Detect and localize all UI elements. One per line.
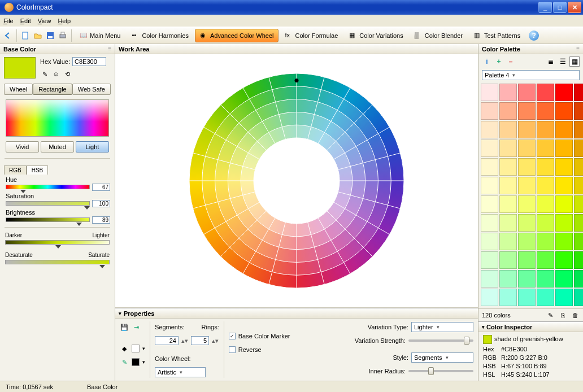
palette-swatch[interactable] [481, 102, 498, 120]
sat-value[interactable] [92, 200, 110, 207]
export-wheel-icon[interactable]: ⇥ [132, 323, 141, 332]
palette-swatch[interactable] [518, 102, 536, 120]
tab-advanced-color-wheel[interactable]: ◉Advanced Color Wheel [195, 29, 279, 42]
palette-swatch[interactable] [537, 177, 554, 194]
palette-swatch[interactable] [537, 270, 554, 288]
palette-swatch[interactable] [518, 195, 536, 213]
inner-slider[interactable] [408, 370, 473, 372]
palette-swatch[interactable] [499, 233, 517, 250]
palette-swatch[interactable] [574, 177, 583, 194]
pen-icon[interactable]: ✎ [120, 358, 129, 367]
palette-swatch[interactable] [555, 233, 573, 250]
base-color-swatch[interactable] [4, 57, 36, 79]
paint-icon[interactable]: ◆ [120, 344, 129, 353]
palette-swatch[interactable] [574, 233, 583, 250]
palette-swatch[interactable] [537, 195, 554, 213]
menu-view[interactable]: View [38, 18, 51, 24]
palette-swatch[interactable] [481, 270, 498, 288]
palette-swatch[interactable] [481, 84, 498, 101]
palette-swatch[interactable] [481, 289, 498, 306]
model-tab-rgb[interactable]: RGB [4, 165, 27, 175]
new-icon[interactable] [20, 30, 31, 41]
palette-swatch[interactable] [518, 121, 536, 138]
palette-swatch[interactable] [555, 84, 573, 101]
base-color-marker[interactable] [295, 79, 299, 82]
palette-swatch[interactable] [499, 270, 517, 288]
remove-icon[interactable]: – [506, 56, 516, 67]
window-maximize-button[interactable]: □ [553, 2, 567, 13]
picker-tab-web-safe[interactable]: Web Safe [72, 84, 111, 95]
light-button[interactable]: Light [76, 141, 109, 153]
palette-swatch[interactable] [499, 84, 517, 101]
tab-test-patterns[interactable]: ▥Test Patterns [469, 29, 525, 42]
colorwheel-dropdown[interactable]: Artistic [155, 367, 206, 377]
vivid-button[interactable]: Vivid [6, 141, 39, 153]
hex-input[interactable] [72, 57, 106, 66]
palette-swatch[interactable] [537, 102, 554, 120]
palette-swatch[interactable] [555, 140, 573, 157]
palette-swatch[interactable] [537, 233, 554, 250]
palette-swatch[interactable] [481, 158, 498, 176]
palette-swatch[interactable] [574, 270, 583, 288]
palette-swatch[interactable] [555, 214, 573, 232]
bg-swatch[interactable] [132, 358, 140, 366]
model-tab-hsb[interactable]: HSB [27, 165, 49, 175]
palette-swatch[interactable] [555, 177, 573, 194]
varstr-slider[interactable] [408, 339, 473, 342]
bri-slider[interactable] [6, 217, 90, 222]
menu-help[interactable]: Help [58, 18, 71, 24]
list-view-icon[interactable]: ≣ [546, 56, 556, 67]
palette-swatch[interactable] [481, 140, 498, 157]
marker-checkbox[interactable]: ✓ [229, 333, 236, 339]
tab-color-formulae[interactable]: fxColor Formulae [280, 29, 343, 42]
color-wheel-canvas[interactable] [115, 54, 478, 308]
window-minimize-button[interactable]: _ [538, 2, 552, 13]
menu-edit[interactable]: Edit [20, 18, 31, 24]
bri-value[interactable] [92, 216, 110, 224]
rings-input[interactable] [191, 336, 209, 345]
palette-swatch[interactable] [518, 289, 536, 306]
palette-swatch[interactable] [518, 140, 536, 157]
hue-slider[interactable] [6, 185, 90, 189]
palette-swatch[interactable] [537, 84, 554, 101]
open-icon[interactable] [32, 30, 43, 41]
info-icon[interactable]: i [482, 56, 492, 67]
chevron-down-icon[interactable]: ▾ [119, 311, 121, 316]
palette-swatch[interactable] [574, 102, 583, 120]
palette-swatch[interactable] [537, 158, 554, 176]
palette-swatch[interactable] [518, 158, 536, 176]
palette-swatch[interactable] [537, 251, 554, 269]
palette-swatch[interactable] [499, 251, 517, 269]
palette-swatch[interactable] [518, 84, 536, 101]
palette-swatch[interactable] [555, 121, 573, 138]
fg-swatch[interactable] [132, 345, 140, 352]
menu-file[interactable]: File [3, 18, 14, 24]
palette-swatch[interactable] [555, 158, 573, 176]
palette-swatch[interactable] [574, 214, 583, 232]
picker-tab-rectangle[interactable]: Rectangle [33, 84, 72, 95]
palette-swatch[interactable] [499, 121, 517, 138]
palette-swatch[interactable] [499, 289, 517, 306]
palette-swatch[interactable] [518, 214, 536, 232]
palette-swatch[interactable] [555, 289, 573, 306]
palette-swatch[interactable] [555, 251, 573, 269]
trash-icon[interactable]: 🗑 [571, 311, 580, 320]
vartype-dropdown[interactable]: Lighter [411, 322, 473, 332]
palette-swatch[interactable] [537, 214, 554, 232]
palette-swatch[interactable] [499, 195, 517, 213]
eyedropper-icon[interactable]: ✎ [40, 69, 49, 79]
palette-swatch[interactable] [518, 251, 536, 269]
copy-icon[interactable]: ⎘ [558, 311, 567, 320]
palette-swatch[interactable] [518, 233, 536, 250]
palette-swatch[interactable] [574, 251, 583, 269]
palette-swatch[interactable] [574, 195, 583, 213]
palette-swatch[interactable] [481, 251, 498, 269]
detail-view-icon[interactable]: ☰ [558, 56, 568, 67]
palette-select[interactable]: Palette 4 [482, 70, 580, 80]
style-dropdown[interactable]: Segments [411, 352, 473, 363]
palette-swatch[interactable] [574, 84, 583, 101]
palette-swatch[interactable] [574, 140, 583, 157]
add-icon[interactable]: + [494, 56, 504, 67]
palette-swatch[interactable] [555, 270, 573, 288]
palette-swatch[interactable] [574, 289, 583, 306]
